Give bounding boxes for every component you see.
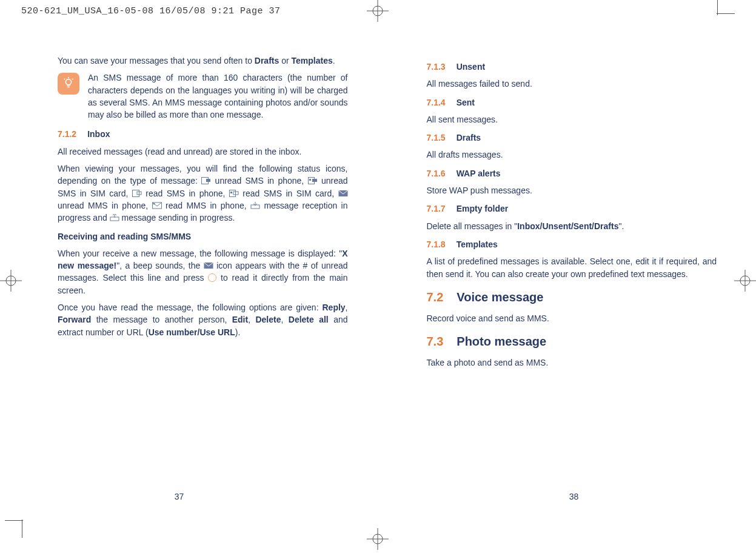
registration-mark-right-icon: [734, 270, 756, 292]
receiving-paragraph-1: When your receive a new message, the fol…: [58, 247, 348, 296]
read-mms-phone-icon: [152, 202, 162, 209]
heading-7-1-4: 7.1.4Sent: [427, 96, 717, 109]
svg-rect-21: [132, 190, 139, 196]
heading-7-1-2: 7.1.2Inbox: [58, 128, 348, 140]
svg-rect-20: [309, 179, 311, 181]
lightbulb-icon: [58, 73, 79, 95]
page-number-right: 38: [376, 492, 756, 501]
ok-key-icon: [208, 273, 216, 282]
registration-mark-top-icon: [367, 0, 389, 22]
unread-mms-phone-icon: [338, 190, 348, 197]
msg-receive-progress-icon: [250, 202, 260, 209]
heading-7-1-3: 7.1.3Unsent: [427, 61, 717, 73]
svg-line-14: [64, 79, 65, 79]
svg-point-28: [153, 203, 155, 204]
heading-7-1-7: 7.1.7Empty folder: [427, 203, 717, 215]
print-slug: 520-621_UM_USA_16-05-08 16/05/08 9:21 Pa…: [21, 6, 281, 16]
note-text: An SMS message of more than 160 characte…: [88, 72, 348, 121]
body-7-2: Record voice and send as MMS.: [427, 312, 717, 324]
inbox-paragraph-1: All received messages (read and unread) …: [58, 146, 348, 158]
intro-paragraph: You can save your messages that you send…: [58, 55, 348, 67]
status-icons-paragraph: When viewing your messages, you will fin…: [58, 162, 348, 224]
crop-mark-top-right: [717, 0, 735, 15]
registration-mark-bottom-icon: [367, 528, 389, 550]
heading-7-1-6: 7.1.6WAP alerts: [427, 167, 717, 179]
heading-7-3: 7.3Photo message: [427, 333, 717, 350]
body-7-1-4: All sent messages.: [427, 113, 717, 126]
note-box: An SMS message of more than 160 characte…: [58, 72, 348, 121]
svg-rect-17: [206, 179, 210, 182]
crop-mark-bottom-left: [5, 520, 23, 538]
page-left: You can save your messages that you send…: [58, 55, 348, 373]
envelope-icon: [204, 262, 213, 269]
svg-line-15: [72, 79, 73, 79]
read-sms-sim-icon: [229, 190, 239, 197]
msg-send-progress-icon: [110, 214, 119, 221]
unread-sms-sim-icon: [308, 177, 318, 184]
heading-7-1-8: 7.1.8Templates: [427, 238, 717, 250]
body-7-3: Take a photo and send as MMS.: [427, 356, 717, 369]
receiving-heading: Receiving and reading SMS/MMS: [58, 230, 348, 243]
unread-sms-phone-icon: [201, 177, 211, 184]
read-sms-phone-icon: [132, 190, 142, 197]
body-7-1-5: All drafts messages.: [427, 149, 717, 161]
body-7-1-6: Store WAP push messages.: [427, 184, 717, 196]
heading-7-2: 7.2Voice message: [427, 289, 717, 306]
page-numbers: 37 38: [0, 492, 756, 501]
receiving-paragraph-2: Once you have read the message, the foll…: [58, 301, 348, 338]
body-7-1-7: Delete all messages in "Inbox/Unsent/Sen…: [427, 220, 717, 232]
heading-7-1-5: 7.1.5Drafts: [427, 132, 717, 144]
page-spread: You can save your messages that you send…: [58, 55, 717, 373]
registration-mark-left-icon: [0, 270, 22, 292]
svg-point-12: [65, 79, 71, 85]
page-right: 7.1.3Unsent All messages failed to send.…: [427, 55, 717, 373]
body-7-1-8: A list of predefined messages is availab…: [427, 255, 717, 280]
svg-rect-19: [312, 179, 317, 182]
page-number-left: 37: [0, 492, 376, 501]
svg-rect-25: [230, 192, 232, 193]
body-7-1-3: All messages failed to send.: [427, 78, 717, 90]
